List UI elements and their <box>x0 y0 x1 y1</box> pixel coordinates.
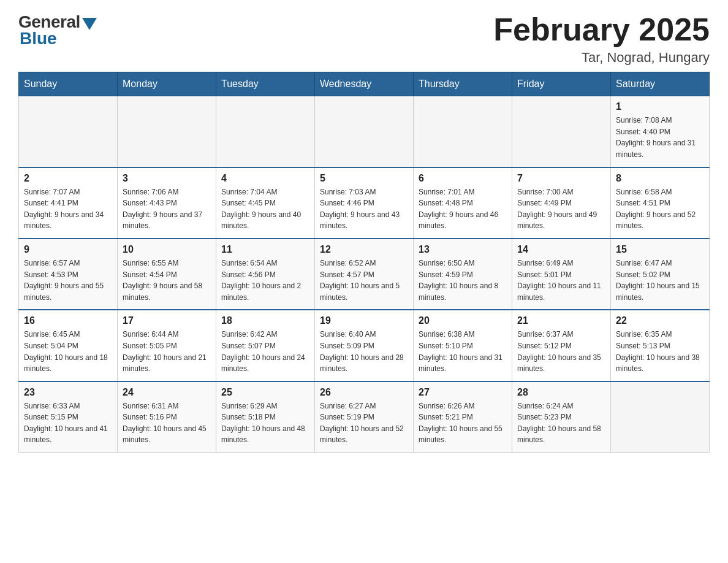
day-number: 11 <box>221 244 309 255</box>
day-number: 2 <box>24 173 112 184</box>
day-info: Sunrise: 6:29 AM Sunset: 5:18 PM Dayligh… <box>221 400 309 446</box>
day-number: 21 <box>517 315 605 326</box>
day-number: 10 <box>123 244 211 255</box>
day-number: 28 <box>517 387 605 398</box>
calendar-cell: 11Sunrise: 6:54 AM Sunset: 4:56 PM Dayli… <box>216 239 315 310</box>
day-info: Sunrise: 6:37 AM Sunset: 5:12 PM Dayligh… <box>517 329 605 374</box>
day-info: Sunrise: 6:57 AM Sunset: 4:53 PM Dayligh… <box>24 258 112 303</box>
calendar-cell <box>512 96 611 167</box>
day-number: 25 <box>221 387 309 398</box>
day-number: 3 <box>123 173 211 184</box>
day-number: 26 <box>320 387 408 398</box>
calendar-week-row: 16Sunrise: 6:45 AM Sunset: 5:04 PM Dayli… <box>19 310 710 381</box>
day-info: Sunrise: 6:27 AM Sunset: 5:19 PM Dayligh… <box>320 400 408 446</box>
calendar-cell: 20Sunrise: 6:38 AM Sunset: 5:10 PM Dayli… <box>414 310 512 381</box>
day-info: Sunrise: 7:06 AM Sunset: 4:43 PM Dayligh… <box>123 186 211 232</box>
day-number: 14 <box>517 244 605 255</box>
day-info: Sunrise: 6:50 AM Sunset: 4:59 PM Dayligh… <box>419 258 507 303</box>
calendar-week-row: 23Sunrise: 6:33 AM Sunset: 5:15 PM Dayli… <box>19 381 710 453</box>
calendar-header-sunday: Sunday <box>19 72 118 96</box>
calendar-cell: 4Sunrise: 7:04 AM Sunset: 4:45 PM Daylig… <box>216 167 315 239</box>
day-number: 15 <box>616 244 704 255</box>
day-number: 13 <box>419 244 507 255</box>
day-info: Sunrise: 6:55 AM Sunset: 4:54 PM Dayligh… <box>123 258 211 303</box>
day-number: 12 <box>320 244 408 255</box>
calendar-cell <box>19 96 118 167</box>
day-info: Sunrise: 6:40 AM Sunset: 5:09 PM Dayligh… <box>320 329 408 374</box>
calendar-cell: 1Sunrise: 7:08 AM Sunset: 4:40 PM Daylig… <box>611 96 710 167</box>
calendar-cell <box>315 96 414 167</box>
calendar-header-thursday: Thursday <box>414 72 512 96</box>
calendar-cell: 5Sunrise: 7:03 AM Sunset: 4:46 PM Daylig… <box>315 167 414 239</box>
calendar-header-friday: Friday <box>512 72 611 96</box>
calendar-cell: 27Sunrise: 6:26 AM Sunset: 5:21 PM Dayli… <box>414 381 512 453</box>
day-number: 20 <box>419 315 507 326</box>
day-number: 9 <box>24 244 112 255</box>
calendar-week-row: 9Sunrise: 6:57 AM Sunset: 4:53 PM Daylig… <box>19 239 710 310</box>
day-number: 5 <box>320 173 408 184</box>
day-info: Sunrise: 6:44 AM Sunset: 5:05 PM Dayligh… <box>123 329 211 374</box>
day-number: 18 <box>221 315 309 326</box>
calendar-cell <box>216 96 315 167</box>
calendar-table: SundayMondayTuesdayWednesdayThursdayFrid… <box>18 72 710 453</box>
day-number: 22 <box>616 315 704 326</box>
calendar-header-row: SundayMondayTuesdayWednesdayThursdayFrid… <box>19 72 710 96</box>
calendar-cell: 18Sunrise: 6:42 AM Sunset: 5:07 PM Dayli… <box>216 310 315 381</box>
page-header: General Blue February 2025 Tar, Nograd, … <box>18 12 710 66</box>
day-number: 24 <box>123 387 211 398</box>
logo: General Blue <box>18 12 97 48</box>
calendar-cell: 3Sunrise: 7:06 AM Sunset: 4:43 PM Daylig… <box>118 167 216 239</box>
day-number: 8 <box>616 173 704 184</box>
calendar-cell: 10Sunrise: 6:55 AM Sunset: 4:54 PM Dayli… <box>118 239 216 310</box>
calendar-cell: 6Sunrise: 7:01 AM Sunset: 4:48 PM Daylig… <box>414 167 512 239</box>
calendar-cell: 9Sunrise: 6:57 AM Sunset: 4:53 PM Daylig… <box>19 239 118 310</box>
calendar-cell: 26Sunrise: 6:27 AM Sunset: 5:19 PM Dayli… <box>315 381 414 453</box>
day-number: 19 <box>320 315 408 326</box>
day-info: Sunrise: 7:07 AM Sunset: 4:41 PM Dayligh… <box>24 186 112 232</box>
calendar-cell <box>118 96 216 167</box>
day-info: Sunrise: 6:26 AM Sunset: 5:21 PM Dayligh… <box>419 400 507 446</box>
day-info: Sunrise: 7:04 AM Sunset: 4:45 PM Dayligh… <box>221 186 309 232</box>
calendar-cell: 14Sunrise: 6:49 AM Sunset: 5:01 PM Dayli… <box>512 239 611 310</box>
logo-triangle-icon <box>82 18 97 30</box>
calendar-cell: 24Sunrise: 6:31 AM Sunset: 5:16 PM Dayli… <box>118 381 216 453</box>
day-info: Sunrise: 6:45 AM Sunset: 5:04 PM Dayligh… <box>24 329 112 374</box>
day-info: Sunrise: 6:38 AM Sunset: 5:10 PM Dayligh… <box>419 329 507 374</box>
day-info: Sunrise: 6:54 AM Sunset: 4:56 PM Dayligh… <box>221 258 309 303</box>
month-title: February 2025 <box>493 12 710 47</box>
day-info: Sunrise: 7:03 AM Sunset: 4:46 PM Dayligh… <box>320 186 408 232</box>
day-info: Sunrise: 6:49 AM Sunset: 5:01 PM Dayligh… <box>517 258 605 303</box>
day-info: Sunrise: 7:08 AM Sunset: 4:40 PM Dayligh… <box>616 115 704 160</box>
location-title: Tar, Nograd, Hungary <box>493 50 710 66</box>
calendar-cell: 25Sunrise: 6:29 AM Sunset: 5:18 PM Dayli… <box>216 381 315 453</box>
day-number: 23 <box>24 387 112 398</box>
day-number: 17 <box>123 315 211 326</box>
calendar-cell: 8Sunrise: 6:58 AM Sunset: 4:51 PM Daylig… <box>611 167 710 239</box>
day-number: 7 <box>517 173 605 184</box>
calendar-cell <box>611 381 710 453</box>
day-info: Sunrise: 6:58 AM Sunset: 4:51 PM Dayligh… <box>616 186 704 232</box>
calendar-cell: 17Sunrise: 6:44 AM Sunset: 5:05 PM Dayli… <box>118 310 216 381</box>
day-info: Sunrise: 6:47 AM Sunset: 5:02 PM Dayligh… <box>616 258 704 303</box>
calendar-cell: 15Sunrise: 6:47 AM Sunset: 5:02 PM Dayli… <box>611 239 710 310</box>
calendar-cell: 12Sunrise: 6:52 AM Sunset: 4:57 PM Dayli… <box>315 239 414 310</box>
day-number: 16 <box>24 315 112 326</box>
calendar-cell: 21Sunrise: 6:37 AM Sunset: 5:12 PM Dayli… <box>512 310 611 381</box>
calendar-header-wednesday: Wednesday <box>315 72 414 96</box>
day-info: Sunrise: 7:00 AM Sunset: 4:49 PM Dayligh… <box>517 186 605 232</box>
calendar-cell: 22Sunrise: 6:35 AM Sunset: 5:13 PM Dayli… <box>611 310 710 381</box>
logo-blue-text: Blue <box>20 29 57 48</box>
day-number: 1 <box>616 101 704 112</box>
calendar-week-row: 1Sunrise: 7:08 AM Sunset: 4:40 PM Daylig… <box>19 96 710 167</box>
calendar-header-tuesday: Tuesday <box>216 72 315 96</box>
calendar-cell: 2Sunrise: 7:07 AM Sunset: 4:41 PM Daylig… <box>19 167 118 239</box>
calendar-cell: 23Sunrise: 6:33 AM Sunset: 5:15 PM Dayli… <box>19 381 118 453</box>
day-info: Sunrise: 6:31 AM Sunset: 5:16 PM Dayligh… <box>123 400 211 446</box>
title-section: February 2025 Tar, Nograd, Hungary <box>493 12 710 66</box>
calendar-cell: 7Sunrise: 7:00 AM Sunset: 4:49 PM Daylig… <box>512 167 611 239</box>
calendar-cell: 13Sunrise: 6:50 AM Sunset: 4:59 PM Dayli… <box>414 239 512 310</box>
day-info: Sunrise: 6:24 AM Sunset: 5:23 PM Dayligh… <box>517 400 605 446</box>
calendar-cell: 16Sunrise: 6:45 AM Sunset: 5:04 PM Dayli… <box>19 310 118 381</box>
day-info: Sunrise: 6:35 AM Sunset: 5:13 PM Dayligh… <box>616 329 704 374</box>
calendar-cell <box>414 96 512 167</box>
